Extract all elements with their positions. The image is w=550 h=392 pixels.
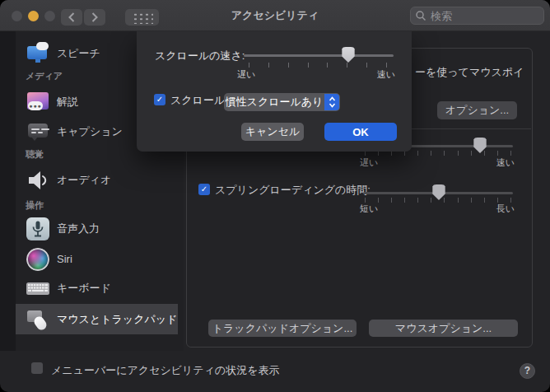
search-field-wrap <box>410 7 544 25</box>
fast-label: 速い <box>377 68 395 81</box>
dropdown-chevrons-icon <box>324 94 339 110</box>
scroll-speed-slider-track[interactable] <box>244 54 394 57</box>
siri-icon <box>26 247 50 272</box>
scroll-settings-sheet: スクロールの速さ: 遅い 速い スクロール 慣性スクロールあり キャンセル OK <box>137 31 412 152</box>
dictation-icon <box>26 217 50 241</box>
menu-bar-status-checkbox[interactable] <box>31 362 43 374</box>
captions-icon <box>26 119 50 144</box>
cancel-button[interactable]: キャンセル <box>241 123 304 141</box>
sidebar-item-label: 音声入力 <box>57 222 100 236</box>
ok-button[interactable]: OK <box>324 123 397 141</box>
pointer-speed-slider-labels: 遅い 速い <box>360 156 515 169</box>
dropdown-selected-value: 慣性スクロールあり <box>224 95 324 110</box>
fast-label: 速い <box>496 156 515 169</box>
sidebar-section-media: メディア <box>26 70 63 82</box>
titlebar: アクセシビリティ <box>0 0 550 31</box>
scroll-speed-slider-labels: 遅い 速い <box>237 68 395 81</box>
mouse-options-button[interactable]: マウスオプション... <box>369 320 518 337</box>
spring-loading-checkbox[interactable] <box>198 184 210 195</box>
scroll-checkbox-label: スクロール <box>170 93 225 108</box>
search-icon <box>415 10 426 21</box>
sidebar-item-label: Siri <box>57 253 72 265</box>
tick-marks <box>249 63 387 68</box>
system-preferences-window: アクセシビリティ スピーチ メディア ●●● 解説 キャプション 聴覚 <box>0 0 550 392</box>
menu-bar-status-label: メニューバーにアクセシビリティの状況を表示 <box>51 363 280 378</box>
sidebar-edge <box>0 31 16 351</box>
keyboard-icon <box>26 276 50 301</box>
spring-loading-label: スプリングローディングの時間: <box>215 183 371 198</box>
scroll-speed-slider-thumb[interactable] <box>342 47 355 63</box>
short-label: 短い <box>360 203 378 215</box>
sidebar-item-keyboard[interactable]: キーボード <box>16 273 178 303</box>
sidebar-item-label: キーボード <box>57 281 111 296</box>
clipped-setting-text: ーを使ってマウスポイ <box>415 65 524 80</box>
options-button[interactable]: オプション... <box>437 101 517 119</box>
sidebar-item-label: マウスとトラックパッド <box>57 312 177 327</box>
audio-descriptions-icon: ●●● <box>26 90 50 114</box>
scroll-checkbox[interactable] <box>154 94 165 105</box>
mouse-trackpad-icon <box>26 307 50 332</box>
speech-icon <box>26 41 50 66</box>
help-button[interactable]: ? <box>520 363 535 379</box>
trackpad-options-button[interactable]: トラックパッドオプション... <box>208 320 357 337</box>
sidebar-item-label: キャプション <box>57 124 123 139</box>
scroll-speed-label: スクロールの速さ: <box>155 49 245 63</box>
sidebar-item-siri[interactable]: Siri <box>16 244 178 274</box>
sidebar-section-hearing: 聴覚 <box>26 148 44 161</box>
sidebar-item-label: 解説 <box>57 95 78 110</box>
slow-label: 遅い <box>237 68 255 81</box>
sidebar-item-audio[interactable]: オーディオ <box>16 165 178 195</box>
long-label: 長い <box>496 203 515 215</box>
inertia-scroll-dropdown[interactable]: 慣性スクロールあり <box>224 93 340 111</box>
sidebar-item-label: スピーチ <box>57 46 100 61</box>
sidebar-item-dictation[interactable]: 音声入力 <box>16 213 178 244</box>
spring-loading-slider-labels: 短い 長い <box>360 203 515 215</box>
sidebar-item-mouse-trackpad[interactable]: マウスとトラックパッド <box>16 304 178 334</box>
search-input[interactable] <box>410 7 544 25</box>
sidebar-section-motor: 操作 <box>26 199 44 212</box>
slow-label: 遅い <box>360 156 378 169</box>
sidebar-item-label: オーディオ <box>57 173 111 188</box>
audio-icon <box>26 168 50 193</box>
